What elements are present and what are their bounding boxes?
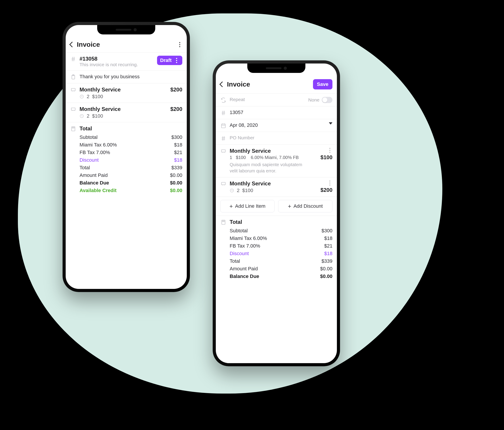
total-label: Total (80, 165, 90, 171)
status-menu-icon[interactable] (174, 58, 179, 63)
line-item-qty: 2 (87, 94, 89, 100)
recurring-note: This invoice is not recurring. (80, 62, 154, 67)
phone-notch (247, 64, 306, 73)
svg-rect-8 (221, 124, 225, 128)
po-number-row[interactable]: PO Number (216, 132, 337, 144)
back-icon[interactable] (219, 81, 225, 87)
balance-label: Balance Due (230, 273, 259, 279)
line-item-qty: 2 (87, 113, 89, 119)
add-line-item-label: Add Line Item (235, 203, 265, 209)
repeat-value: None (308, 97, 319, 103)
tax1-label: Miami Tax 6.00% (80, 142, 117, 148)
balance-value: $0.00 (170, 180, 182, 186)
subtotal-label: Subtotal (230, 228, 248, 234)
discount-label[interactable]: Discount (80, 157, 99, 163)
total-label: Total (230, 219, 333, 225)
invoice-header-row: #13058 This invoice is not recurring. Dr… (66, 53, 187, 70)
action-buttons-row: + Add Line Item + Add Discount (216, 197, 337, 215)
phone-invoice-view: Invoice #13058 This invoice is not recur… (63, 22, 190, 292)
page-title: Invoice (77, 41, 174, 48)
discount-value: $18 (324, 251, 333, 256)
status-label: Draft (160, 57, 171, 63)
back-icon[interactable] (69, 42, 75, 47)
totals-breakdown: Subtotal$300 Miami Tax 6.00%$18 FB Tax 7… (216, 226, 337, 285)
svg-rect-9 (221, 150, 225, 152)
subtotal-value: $300 (171, 134, 182, 140)
service-icon (70, 106, 76, 112)
line-item-menu-icon[interactable] (327, 148, 333, 153)
plus-icon: + (229, 203, 233, 209)
line-item[interactable]: Monthly Service 1 $100 6.00% Miami, 7.00… (216, 145, 337, 177)
thanks-text: Thank you for you business (80, 74, 182, 80)
line-item-amount: $200 (162, 106, 182, 112)
balance-label: Balance Due (80, 180, 109, 186)
tax2-label: FB Tax 7.00% (230, 243, 260, 249)
line-item-name: Monthly Service (230, 148, 309, 154)
tax1-label: Miami Tax 6.00% (230, 235, 267, 241)
total-value: $339 (171, 165, 182, 171)
more-menu-icon[interactable] (177, 42, 182, 47)
add-discount-label: Add Discount (294, 203, 323, 209)
invoice-number: 13057 (230, 110, 333, 115)
date-row[interactable]: Apr 08, 2020 (216, 119, 337, 132)
plus-icon: + (288, 203, 291, 209)
repeat-label: Repeat (230, 97, 305, 102)
line-item-name: Monthly Service (80, 106, 159, 112)
svg-rect-4 (71, 108, 75, 111)
save-button[interactable]: Save (313, 79, 333, 89)
line-item-menu-icon[interactable] (327, 180, 333, 186)
calendar-icon (220, 123, 226, 129)
line-item: Monthly Service 2 $100 $200 (66, 103, 187, 122)
hash-icon (70, 56, 76, 62)
calculator-icon (220, 219, 226, 225)
add-discount-button[interactable]: + Add Discount (278, 200, 333, 212)
balance-value: $0.00 (320, 273, 333, 279)
service-icon (220, 148, 226, 154)
add-line-item-button[interactable]: + Add Line Item (220, 200, 275, 212)
line-item-qty: 1 (230, 155, 232, 160)
service-icon (70, 87, 76, 93)
total-value: $339 (322, 258, 333, 264)
discount-label[interactable]: Discount (230, 251, 249, 256)
line-item[interactable]: Monthly Service 2 $100 $200 (216, 177, 337, 196)
line-item-price: $100 (236, 155, 246, 160)
total-label: Total (230, 258, 240, 264)
repeat-row[interactable]: Repeat None (216, 94, 337, 106)
header: Invoice (66, 38, 187, 52)
invoice-number: #13058 (80, 56, 154, 62)
clock-icon (80, 114, 84, 118)
total-label: Total (80, 125, 182, 132)
credit-label: Available Credit (80, 188, 117, 193)
svg-rect-2 (71, 89, 75, 91)
thanks-row: Thank you for you business (66, 71, 187, 83)
clock-icon (230, 188, 234, 193)
service-icon (220, 181, 226, 187)
line-item-price: $100 (242, 188, 253, 193)
svg-rect-13 (223, 221, 225, 222)
po-number-placeholder: PO Number (230, 135, 333, 140)
line-item-amount: $100 (312, 154, 333, 160)
invoice-number-row[interactable]: 13057 (216, 106, 337, 119)
svg-rect-7 (72, 127, 74, 128)
paid-label: Amount Paid (230, 266, 258, 272)
hash-icon (220, 136, 226, 141)
line-item-amount: $200 (162, 86, 182, 93)
paid-label: Amount Paid (80, 172, 108, 178)
tax1-value: $18 (174, 142, 182, 148)
totals-breakdown: Subtotal$300 Miami Tax 6.00%$18 FB Tax 7… (66, 132, 187, 199)
page-title: Invoice (227, 81, 310, 88)
line-item-tax: 6.00% Miami, 7.00% FB (251, 155, 299, 160)
subtotal-value: $300 (322, 228, 333, 234)
clock-icon (80, 94, 84, 99)
hash-icon (220, 110, 226, 116)
line-item-amount: $200 (312, 187, 333, 193)
repeat-toggle[interactable] (322, 97, 333, 103)
tax1-value: $18 (324, 235, 333, 241)
clipboard-icon (70, 74, 76, 80)
line-item-price: $100 (92, 94, 103, 100)
paid-value: $0.00 (320, 266, 333, 272)
status-badge[interactable]: Draft (157, 56, 182, 65)
subtotal-label: Subtotal (80, 134, 98, 140)
repeat-icon (220, 97, 226, 103)
tax2-label: FB Tax 7.00% (80, 150, 110, 155)
